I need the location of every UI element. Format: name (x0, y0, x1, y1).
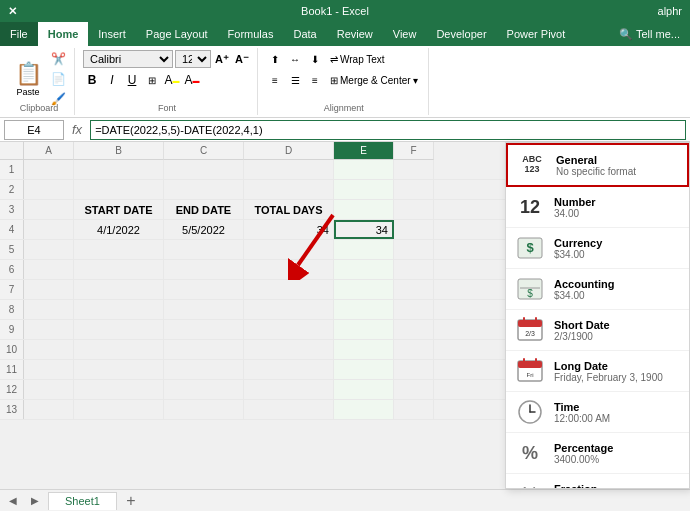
main-area: A B C D E F 1 2 3 (0, 142, 690, 489)
general-text: General No specific format (556, 154, 636, 177)
app-icon: ✕ (8, 5, 48, 18)
cell-B2[interactable] (74, 180, 164, 199)
sheet-tab-sheet1[interactable]: Sheet1 (48, 492, 117, 510)
font-decrease-button[interactable]: A⁻ (233, 50, 251, 68)
ribbon-content: Clipboard 📋 Paste ✂️ 📄 🖌️ Font Calibri 1… (0, 46, 690, 118)
align-right-button[interactable]: ≡ (306, 71, 324, 89)
cell-F3[interactable] (394, 200, 434, 219)
format-item-time[interactable]: Time 12:00:00 AM (506, 392, 689, 433)
paste-icon: 📋 (15, 61, 42, 87)
col-header-E: E (334, 142, 394, 160)
tab-insert[interactable]: Insert (88, 22, 136, 46)
cell-E2[interactable] (334, 180, 394, 199)
title-bar-right: alphr (622, 5, 682, 17)
percentage-icon: % (514, 437, 546, 469)
svg-text:$: $ (526, 240, 534, 255)
font-size-select[interactable]: 12 (175, 50, 211, 68)
format-item-longdate[interactable]: Fri Long Date Friday, February 3, 1900 (506, 351, 689, 392)
svg-text:2/3: 2/3 (525, 330, 535, 337)
font-name-select[interactable]: Calibri (83, 50, 173, 68)
font-group: Font Calibri 12 A⁺ A⁻ B I U ⊞ A▬ A▬ (77, 48, 258, 115)
cell-D2[interactable] (244, 180, 334, 199)
cell-A4[interactable] (24, 220, 74, 239)
font-group-label: Font (77, 103, 257, 113)
tab-data[interactable]: Data (283, 22, 326, 46)
wrap-text-button[interactable]: ⇌ Wrap Text (326, 52, 389, 67)
tab-view[interactable]: View (383, 22, 427, 46)
font-increase-button[interactable]: A⁺ (213, 50, 231, 68)
tell-me[interactable]: 🔍 Tell me... (609, 22, 690, 46)
name-box[interactable] (4, 120, 64, 140)
tab-formulas[interactable]: Formulas (218, 22, 284, 46)
cell-B3[interactable]: START DATE (74, 200, 164, 219)
align-middle-button[interactable]: ↔ (286, 50, 304, 68)
scroll-right-button[interactable]: ▶ (26, 492, 44, 510)
tab-pagelayout[interactable]: Page Layout (136, 22, 218, 46)
align-top-button[interactable]: ⬆ (266, 50, 284, 68)
underline-button[interactable]: U (123, 71, 141, 89)
scroll-left-button[interactable]: ◀ (4, 492, 22, 510)
format-item-fraction[interactable]: ½ Fraction 34 (506, 474, 689, 489)
formula-bar: fx =DATE(2022,5,5)-DATE(2022,4,1) (0, 118, 690, 142)
cell-F4[interactable] (394, 220, 434, 239)
format-panel: ABC123 General No specific format 12 Num… (505, 142, 690, 489)
merge-center-button[interactable]: ⊞ Merge & Center ▾ (326, 73, 422, 88)
format-item-percentage[interactable]: % Percentage 3400.00% (506, 433, 689, 474)
accounting-icon: $ (514, 273, 546, 305)
tab-review[interactable]: Review (327, 22, 383, 46)
tab-file[interactable]: File (0, 22, 38, 46)
svg-rect-13 (518, 361, 542, 368)
cell-B1[interactable] (74, 160, 164, 179)
currency-icon: $ (514, 232, 546, 264)
tab-powerpivot[interactable]: Power Pivot (497, 22, 576, 46)
clipboard-group-label: Clipboard (4, 103, 74, 113)
cell-D1[interactable] (244, 160, 334, 179)
cell-F2[interactable] (394, 180, 434, 199)
shortdate-icon: 2/3 (514, 314, 546, 346)
copy-button[interactable]: 📄 (48, 70, 68, 88)
format-item-accounting[interactable]: $ Accounting $34.00 (506, 269, 689, 310)
format-item-currency[interactable]: $ Currency $34.00 (506, 228, 689, 269)
svg-text:Fri: Fri (527, 372, 534, 378)
clipboard-group: Clipboard 📋 Paste ✂️ 📄 🖌️ (4, 48, 75, 115)
tab-developer[interactable]: Developer (426, 22, 496, 46)
cell-E1[interactable] (334, 160, 394, 179)
paste-button[interactable]: 📋 Paste (10, 53, 46, 105)
font-color-button[interactable]: A▬ (183, 71, 201, 89)
cut-button[interactable]: ✂️ (48, 50, 68, 68)
col-header-F: F (394, 142, 434, 160)
cell-F1[interactable] (394, 160, 434, 179)
title-bar-title: Book1 - Excel (48, 5, 622, 17)
cell-A2[interactable] (24, 180, 74, 199)
cell-A3[interactable] (24, 200, 74, 219)
format-item-number[interactable]: 12 Number 34.00 (506, 187, 689, 228)
cell-B4[interactable]: 4/1/2022 (74, 220, 164, 239)
col-header-D: D (244, 142, 334, 160)
cell-C2[interactable] (164, 180, 244, 199)
ribbon-tabs: File Home Insert Page Layout Formulas Da… (0, 22, 690, 46)
align-bottom-button[interactable]: ⬇ (306, 50, 324, 68)
cell-C4[interactable]: 5/5/2022 (164, 220, 244, 239)
align-center-button[interactable]: ☰ (286, 71, 304, 89)
svg-line-1 (298, 215, 333, 265)
add-sheet-button[interactable]: + (121, 492, 141, 510)
align-left-button[interactable]: ≡ (266, 71, 284, 89)
format-item-shortdate[interactable]: 2/3 Short Date 2/3/1900 (506, 310, 689, 351)
cell-C3[interactable]: END DATE (164, 200, 244, 219)
fx-label: fx (68, 122, 86, 137)
italic-button[interactable]: I (103, 71, 121, 89)
fill-color-button[interactable]: A▬ (163, 71, 181, 89)
formula-input[interactable]: =DATE(2022,5,5)-DATE(2022,4,1) (90, 120, 686, 140)
time-icon (514, 396, 546, 428)
border-button[interactable]: ⊞ (143, 71, 161, 89)
spreadsheet: A B C D E F 1 2 3 (0, 142, 505, 489)
format-item-general[interactable]: ABC123 General No specific format (506, 143, 689, 187)
tab-home[interactable]: Home (38, 22, 89, 46)
bold-button[interactable]: B (83, 71, 101, 89)
col-header-C: C (164, 142, 244, 160)
cell-A1[interactable] (24, 160, 74, 179)
svg-text:$: $ (527, 288, 533, 299)
alignment-group: Alignment ⬆ ↔ ⬇ ⇌ Wrap Text ≡ ☰ ≡ ⊞ Merg… (260, 48, 429, 115)
cell-C1[interactable] (164, 160, 244, 179)
svg-rect-8 (518, 320, 542, 327)
